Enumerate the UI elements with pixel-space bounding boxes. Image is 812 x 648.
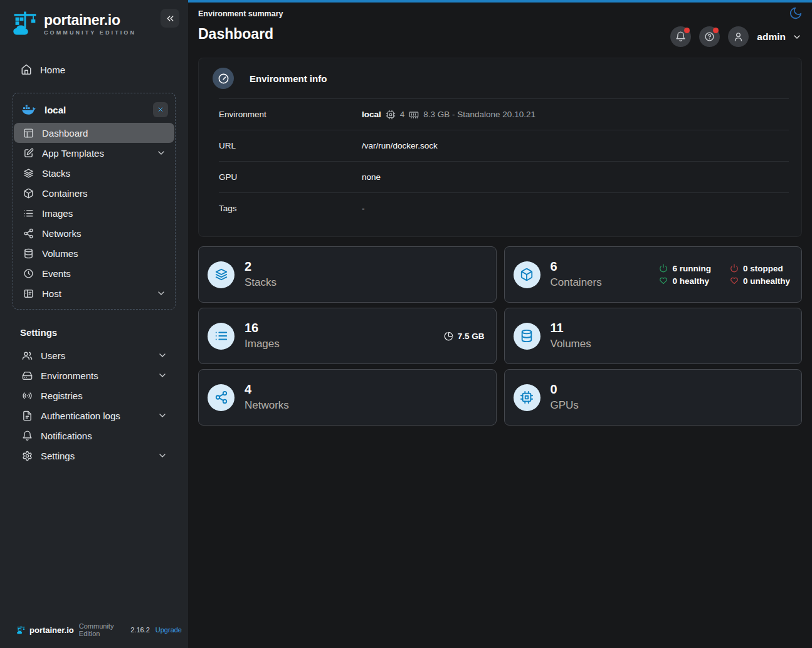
volumes-label: Volumes — [551, 336, 591, 352]
dashboard-cards: 2 Stacks 6 Containers 6 running0 stopped… — [198, 246, 802, 426]
avatar[interactable] — [728, 26, 749, 47]
networks-count: 4 — [245, 382, 289, 397]
info-value: local 4 8.3 GB - Standalone 20.10.21 — [362, 110, 535, 120]
help-circle-icon — [704, 31, 715, 42]
chevron-down-icon — [792, 32, 802, 42]
container-status-healthy: 0 healthy — [659, 276, 711, 286]
sidebar-item-networks[interactable]: Networks — [14, 223, 174, 243]
sidebar-item-label: Images — [42, 208, 73, 219]
box-icon — [520, 268, 534, 281]
sidebar-item-users[interactable]: Users — [1, 345, 187, 365]
volumes-card[interactable]: 11 Volumes — [504, 308, 803, 364]
sidebar-item-volumes[interactable]: Volumes — [14, 243, 174, 263]
settings-nav: UsersEnvironmentsRegistriesAuthenticatio… — [0, 345, 188, 466]
environment-nav: DashboardApp TemplatesStacksContainersIm… — [13, 123, 175, 303]
sidebar-item-stacks[interactable]: Stacks — [14, 163, 174, 183]
share-nodes-icon — [214, 390, 228, 404]
container-status-running: 6 running — [659, 264, 711, 273]
images-label: Images — [245, 336, 280, 352]
help-button[interactable] — [699, 26, 720, 47]
networks-icon-circle — [208, 384, 235, 411]
sidebar-item-label: Events — [42, 268, 71, 279]
sidebar-item-dashboard[interactable]: Dashboard — [14, 123, 174, 143]
sidebar-item-host[interactable]: Host — [14, 283, 174, 303]
docker-whale-icon — [21, 102, 36, 117]
containers-count: 6 — [551, 259, 602, 274]
sidebar-item-app-templates[interactable]: App Templates — [14, 143, 174, 163]
stacks-card[interactable]: 2 Stacks — [198, 246, 497, 303]
sidebar-item-label: Home — [40, 65, 65, 75]
gpus-card[interactable]: 0 GPUs — [504, 369, 803, 426]
database-icon — [520, 329, 534, 343]
hdd-icon — [22, 370, 33, 381]
volumes-count: 11 — [551, 320, 591, 336]
networks-label: Networks — [245, 397, 289, 413]
container-status-stopped: 0 stopped — [730, 264, 790, 273]
images-size-text: 7.5 GB — [458, 332, 485, 341]
sidebar-item-settings[interactable]: Settings — [1, 446, 187, 466]
chevron-down-icon — [157, 410, 167, 421]
database-icon — [23, 248, 34, 259]
images-size: 7.5 GB — [444, 332, 485, 341]
chevron-down-icon — [156, 288, 166, 298]
images-count: 16 — [245, 320, 280, 336]
sidebar-item-authentication-logs[interactable]: Authentication logs — [1, 405, 187, 426]
info-label: Tags — [219, 204, 362, 213]
sidebar-item-images[interactable]: Images — [14, 203, 174, 223]
chevron-down-icon — [157, 370, 167, 380]
environment-section-header: local — [13, 97, 175, 123]
help-dot — [713, 28, 719, 33]
sidebar-item-notifications[interactable]: Notifications — [1, 426, 187, 446]
logo-subtitle: COMMUNITY EDITION — [44, 29, 136, 36]
sidebar-item-events[interactable]: Events — [14, 263, 174, 283]
user-menu[interactable]: admin — [757, 31, 802, 43]
settings-section-header: Settings — [20, 327, 188, 338]
sidebar-item-environments[interactable]: Environments — [1, 365, 187, 385]
sidebar-item-label: Authentication logs — [41, 410, 120, 421]
sidebar-collapse-button[interactable] — [161, 9, 179, 28]
gpus-icon-circle — [514, 384, 540, 411]
sidebar-item-registries[interactable]: Registries — [1, 385, 187, 405]
breadcrumb: Environment summary — [198, 9, 802, 18]
images-card[interactable]: 16 Images 7.5 GB — [198, 308, 497, 364]
footer-version: 2.16.2 — [130, 626, 150, 634]
sidebar-item-home[interactable]: Home — [0, 60, 188, 79]
images-icon-circle — [208, 323, 235, 350]
environment-info-header: Environment info — [199, 58, 801, 98]
info-value: - — [362, 204, 365, 213]
status-text: 0 stopped — [743, 264, 783, 273]
sidebar-item-containers[interactable]: Containers — [14, 183, 174, 203]
sidebar-item-label: Settings — [41, 451, 75, 461]
info-label: URL — [219, 141, 362, 150]
edit-icon — [23, 148, 34, 159]
info-label: GPU — [219, 172, 362, 182]
sidebar-item-label: Registries — [41, 390, 83, 401]
containers-card[interactable]: 6 Containers 6 running0 stopped0 healthy… — [504, 246, 803, 303]
stacks-label: Stacks — [245, 274, 277, 290]
containers-icon-circle — [514, 261, 540, 288]
layers-icon — [23, 168, 34, 179]
heart-icon — [730, 276, 739, 285]
sidebar-item-label: Environments — [41, 370, 98, 381]
power-icon — [659, 264, 668, 273]
logo-text: portainer.io COMMUNITY EDITION — [44, 13, 136, 36]
upgrade-link[interactable]: Upgrade — [156, 626, 182, 634]
box-icon — [23, 188, 34, 199]
environment-name: local — [45, 105, 66, 115]
pie-chart-icon — [444, 332, 453, 341]
notifications-button[interactable] — [670, 26, 691, 47]
stacks-icon-circle — [208, 261, 235, 288]
sidebar-item-label: Notifications — [41, 431, 92, 441]
gauge-icon-circle — [213, 68, 234, 89]
info-row-gpu: GPU none — [219, 161, 789, 192]
environment-close-button[interactable] — [153, 102, 168, 117]
sidebar-item-label: Dashboard — [42, 128, 88, 138]
share-icon — [23, 228, 34, 239]
info-value: /var/run/docker.sock — [362, 141, 438, 150]
bell-icon — [675, 31, 686, 42]
bell-icon — [22, 431, 33, 441]
sidebar-item-label: Stacks — [42, 168, 70, 179]
panel-title: Environment info — [250, 73, 327, 84]
networks-card[interactable]: 4 Networks — [198, 369, 497, 426]
gpus-count: 0 — [551, 382, 579, 397]
